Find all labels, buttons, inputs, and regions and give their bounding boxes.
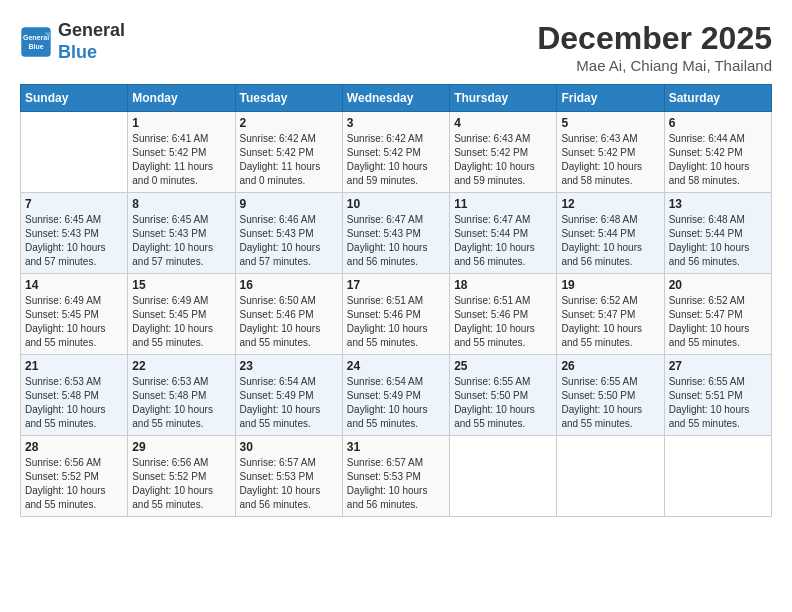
month-title: December 2025 [537, 20, 772, 57]
logo-icon: General Blue [20, 26, 52, 58]
header-monday: Monday [128, 85, 235, 112]
calendar-cell: 6Sunrise: 6:44 AM Sunset: 5:42 PM Daylig… [664, 112, 771, 193]
calendar-cell: 30Sunrise: 6:57 AM Sunset: 5:53 PM Dayli… [235, 436, 342, 517]
day-info: Sunrise: 6:57 AM Sunset: 5:53 PM Dayligh… [240, 456, 338, 512]
calendar-cell: 19Sunrise: 6:52 AM Sunset: 5:47 PM Dayli… [557, 274, 664, 355]
week-row-4: 21Sunrise: 6:53 AM Sunset: 5:48 PM Dayli… [21, 355, 772, 436]
calendar-cell: 14Sunrise: 6:49 AM Sunset: 5:45 PM Dayli… [21, 274, 128, 355]
logo-line2: Blue [58, 42, 125, 64]
day-number: 6 [669, 116, 767, 130]
calendar-cell: 29Sunrise: 6:56 AM Sunset: 5:52 PM Dayli… [128, 436, 235, 517]
day-number: 11 [454, 197, 552, 211]
calendar-cell: 26Sunrise: 6:55 AM Sunset: 5:50 PM Dayli… [557, 355, 664, 436]
day-info: Sunrise: 6:49 AM Sunset: 5:45 PM Dayligh… [132, 294, 230, 350]
day-info: Sunrise: 6:52 AM Sunset: 5:47 PM Dayligh… [561, 294, 659, 350]
day-info: Sunrise: 6:54 AM Sunset: 5:49 PM Dayligh… [240, 375, 338, 431]
day-number: 21 [25, 359, 123, 373]
calendar-cell: 22Sunrise: 6:53 AM Sunset: 5:48 PM Dayli… [128, 355, 235, 436]
day-number: 23 [240, 359, 338, 373]
day-info: Sunrise: 6:53 AM Sunset: 5:48 PM Dayligh… [132, 375, 230, 431]
header-friday: Friday [557, 85, 664, 112]
day-number: 30 [240, 440, 338, 454]
calendar-cell: 3Sunrise: 6:42 AM Sunset: 5:42 PM Daylig… [342, 112, 449, 193]
day-number: 12 [561, 197, 659, 211]
day-info: Sunrise: 6:55 AM Sunset: 5:51 PM Dayligh… [669, 375, 767, 431]
day-number: 2 [240, 116, 338, 130]
calendar-cell: 9Sunrise: 6:46 AM Sunset: 5:43 PM Daylig… [235, 193, 342, 274]
calendar-cell: 24Sunrise: 6:54 AM Sunset: 5:49 PM Dayli… [342, 355, 449, 436]
day-info: Sunrise: 6:51 AM Sunset: 5:46 PM Dayligh… [454, 294, 552, 350]
week-row-1: 1Sunrise: 6:41 AM Sunset: 5:42 PM Daylig… [21, 112, 772, 193]
day-number: 3 [347, 116, 445, 130]
calendar-cell: 27Sunrise: 6:55 AM Sunset: 5:51 PM Dayli… [664, 355, 771, 436]
location-subtitle: Mae Ai, Chiang Mai, Thailand [537, 57, 772, 74]
logo-line1: General [58, 20, 125, 42]
day-number: 24 [347, 359, 445, 373]
calendar-cell: 17Sunrise: 6:51 AM Sunset: 5:46 PM Dayli… [342, 274, 449, 355]
day-info: Sunrise: 6:57 AM Sunset: 5:53 PM Dayligh… [347, 456, 445, 512]
day-number: 1 [132, 116, 230, 130]
day-info: Sunrise: 6:43 AM Sunset: 5:42 PM Dayligh… [454, 132, 552, 188]
day-number: 16 [240, 278, 338, 292]
page-header: General Blue General Blue December 2025 … [20, 20, 772, 74]
day-number: 18 [454, 278, 552, 292]
day-info: Sunrise: 6:47 AM Sunset: 5:43 PM Dayligh… [347, 213, 445, 269]
day-info: Sunrise: 6:55 AM Sunset: 5:50 PM Dayligh… [454, 375, 552, 431]
day-number: 4 [454, 116, 552, 130]
day-number: 17 [347, 278, 445, 292]
svg-text:General: General [23, 34, 49, 41]
day-info: Sunrise: 6:48 AM Sunset: 5:44 PM Dayligh… [669, 213, 767, 269]
calendar-cell: 10Sunrise: 6:47 AM Sunset: 5:43 PM Dayli… [342, 193, 449, 274]
calendar-cell [557, 436, 664, 517]
day-info: Sunrise: 6:46 AM Sunset: 5:43 PM Dayligh… [240, 213, 338, 269]
calendar-cell: 13Sunrise: 6:48 AM Sunset: 5:44 PM Dayli… [664, 193, 771, 274]
day-number: 26 [561, 359, 659, 373]
day-number: 25 [454, 359, 552, 373]
calendar-cell: 16Sunrise: 6:50 AM Sunset: 5:46 PM Dayli… [235, 274, 342, 355]
day-number: 27 [669, 359, 767, 373]
calendar-header-row: SundayMondayTuesdayWednesdayThursdayFrid… [21, 85, 772, 112]
day-number: 13 [669, 197, 767, 211]
day-number: 10 [347, 197, 445, 211]
svg-text:Blue: Blue [28, 43, 43, 50]
calendar-cell: 1Sunrise: 6:41 AM Sunset: 5:42 PM Daylig… [128, 112, 235, 193]
calendar-cell: 4Sunrise: 6:43 AM Sunset: 5:42 PM Daylig… [450, 112, 557, 193]
calendar-table: SundayMondayTuesdayWednesdayThursdayFrid… [20, 84, 772, 517]
day-number: 7 [25, 197, 123, 211]
calendar-cell: 11Sunrise: 6:47 AM Sunset: 5:44 PM Dayli… [450, 193, 557, 274]
calendar-cell: 8Sunrise: 6:45 AM Sunset: 5:43 PM Daylig… [128, 193, 235, 274]
day-info: Sunrise: 6:56 AM Sunset: 5:52 PM Dayligh… [132, 456, 230, 512]
day-info: Sunrise: 6:42 AM Sunset: 5:42 PM Dayligh… [347, 132, 445, 188]
day-info: Sunrise: 6:43 AM Sunset: 5:42 PM Dayligh… [561, 132, 659, 188]
calendar-cell: 20Sunrise: 6:52 AM Sunset: 5:47 PM Dayli… [664, 274, 771, 355]
day-number: 29 [132, 440, 230, 454]
calendar-cell: 12Sunrise: 6:48 AM Sunset: 5:44 PM Dayli… [557, 193, 664, 274]
day-number: 8 [132, 197, 230, 211]
week-row-5: 28Sunrise: 6:56 AM Sunset: 5:52 PM Dayli… [21, 436, 772, 517]
day-info: Sunrise: 6:42 AM Sunset: 5:42 PM Dayligh… [240, 132, 338, 188]
day-number: 15 [132, 278, 230, 292]
calendar-cell: 5Sunrise: 6:43 AM Sunset: 5:42 PM Daylig… [557, 112, 664, 193]
day-info: Sunrise: 6:52 AM Sunset: 5:47 PM Dayligh… [669, 294, 767, 350]
calendar-cell: 25Sunrise: 6:55 AM Sunset: 5:50 PM Dayli… [450, 355, 557, 436]
day-number: 19 [561, 278, 659, 292]
day-info: Sunrise: 6:56 AM Sunset: 5:52 PM Dayligh… [25, 456, 123, 512]
calendar-cell [450, 436, 557, 517]
week-row-3: 14Sunrise: 6:49 AM Sunset: 5:45 PM Dayli… [21, 274, 772, 355]
day-info: Sunrise: 6:45 AM Sunset: 5:43 PM Dayligh… [132, 213, 230, 269]
day-info: Sunrise: 6:44 AM Sunset: 5:42 PM Dayligh… [669, 132, 767, 188]
day-number: 31 [347, 440, 445, 454]
week-row-2: 7Sunrise: 6:45 AM Sunset: 5:43 PM Daylig… [21, 193, 772, 274]
day-info: Sunrise: 6:49 AM Sunset: 5:45 PM Dayligh… [25, 294, 123, 350]
day-info: Sunrise: 6:55 AM Sunset: 5:50 PM Dayligh… [561, 375, 659, 431]
calendar-cell: 15Sunrise: 6:49 AM Sunset: 5:45 PM Dayli… [128, 274, 235, 355]
calendar-cell: 18Sunrise: 6:51 AM Sunset: 5:46 PM Dayli… [450, 274, 557, 355]
header-wednesday: Wednesday [342, 85, 449, 112]
calendar-cell: 21Sunrise: 6:53 AM Sunset: 5:48 PM Dayli… [21, 355, 128, 436]
day-info: Sunrise: 6:51 AM Sunset: 5:46 PM Dayligh… [347, 294, 445, 350]
day-info: Sunrise: 6:45 AM Sunset: 5:43 PM Dayligh… [25, 213, 123, 269]
calendar-cell: 2Sunrise: 6:42 AM Sunset: 5:42 PM Daylig… [235, 112, 342, 193]
title-area: December 2025 Mae Ai, Chiang Mai, Thaila… [537, 20, 772, 74]
calendar-cell: 31Sunrise: 6:57 AM Sunset: 5:53 PM Dayli… [342, 436, 449, 517]
day-info: Sunrise: 6:47 AM Sunset: 5:44 PM Dayligh… [454, 213, 552, 269]
